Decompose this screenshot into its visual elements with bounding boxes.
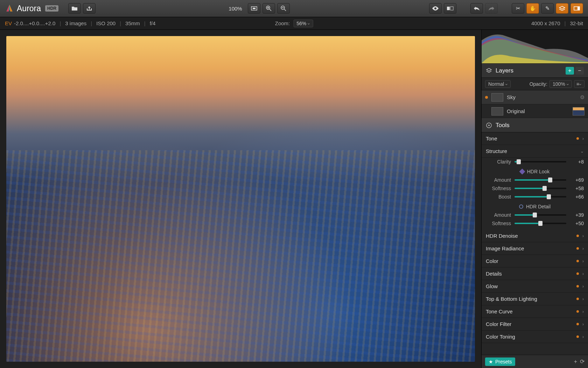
hdr-look-icon <box>519 169 525 175</box>
modified-dot-icon <box>576 137 579 140</box>
slider-hdrlook-softness[interactable]: Softness +58 <box>482 184 588 193</box>
chevron-right-icon: › <box>582 309 584 314</box>
tool-section-glow[interactable]: Glow› <box>482 280 588 293</box>
modified-dot-icon <box>576 310 579 313</box>
brush-tool-button[interactable]: ✎ <box>541 3 554 14</box>
hdr-detail-icon <box>519 204 523 209</box>
focal-length: 35mm <box>125 20 140 26</box>
open-button[interactable] <box>68 3 81 14</box>
layer-preview-thumb <box>573 107 584 116</box>
tool-section-top-bottom-lighting[interactable]: Top & Bottom Lighting› <box>482 293 588 305</box>
modified-dot-icon <box>576 335 579 338</box>
chevron-right-icon: › <box>582 334 584 339</box>
slider-clarity[interactable]: Clarity +8 <box>482 158 588 166</box>
layer-options-button[interactable]: ≡ <box>574 80 584 88</box>
modified-dot-icon <box>576 272 579 275</box>
app-name: Aurora <box>17 4 41 13</box>
hdr-detail-header: HDR Detail <box>482 201 588 211</box>
modified-dot-icon <box>576 260 579 262</box>
tool-section-hdr-denoise[interactable]: HDR Denoise› <box>482 230 588 242</box>
modified-dot-icon <box>576 323 579 325</box>
slider-hdrdetail-softness[interactable]: Softness +50 <box>482 219 588 230</box>
layer-row-sky[interactable]: Sky ⚙ <box>482 90 588 104</box>
chevron-right-icon: › <box>582 297 584 301</box>
chevron-down-icon: ⌄ <box>580 149 584 154</box>
tool-section-tone-curve[interactable]: Tone Curve› <box>482 305 588 318</box>
layers-toggle-button[interactable] <box>556 3 568 14</box>
top-toolbar: Aurora HDR 100% ✂ ✋ ✎ <box>0 0 588 17</box>
remove-layer-button[interactable]: − <box>575 67 584 75</box>
tool-section-color-toning[interactable]: Color Toning› <box>482 331 588 343</box>
panel-toggle-button[interactable] <box>570 3 583 14</box>
tool-section-tone[interactable]: Tone › <box>482 132 588 145</box>
layer-row-original[interactable]: Original <box>482 104 588 118</box>
hand-tool-button[interactable]: ✋ <box>526 3 539 14</box>
hdr-look-header: HDR Look <box>482 166 588 176</box>
svg-rect-5 <box>450 7 453 10</box>
opacity-label: Opacity: <box>530 81 547 87</box>
zoom-out-button[interactable] <box>277 3 290 14</box>
layer-name: Original <box>507 108 525 114</box>
layer-thumb <box>491 107 503 116</box>
ev-values: -2.0....+0.0....+2.0 <box>14 20 55 26</box>
add-layer-button[interactable]: + <box>566 67 574 75</box>
opacity-select[interactable]: 100% <box>550 80 572 88</box>
chevron-right-icon: › <box>582 246 584 251</box>
tool-section-color[interactable]: Color› <box>482 255 588 268</box>
histogram[interactable] <box>482 30 588 64</box>
layers-icon <box>486 68 492 74</box>
slider-hdrlook-amount[interactable]: Amount +69 <box>482 176 588 184</box>
layers-header: Layers + − <box>482 64 588 78</box>
chevron-right-icon: › <box>582 259 584 264</box>
refresh-presets-button[interactable]: ⟳ <box>580 358 584 365</box>
redo-button[interactable] <box>485 3 498 14</box>
aperture-value: f/4 <box>150 20 156 26</box>
chevron-right-icon: › <box>582 136 584 141</box>
tools-icon <box>486 122 492 129</box>
undo-button[interactable] <box>470 3 483 14</box>
image-canvas[interactable] <box>6 36 475 362</box>
compare-button[interactable] <box>444 3 456 14</box>
svg-rect-4 <box>447 7 450 10</box>
layers-title: Layers <box>496 67 564 74</box>
fit-screen-button[interactable] <box>248 3 260 14</box>
modified-dot-icon <box>576 235 579 237</box>
slider-hdrdetail-amount[interactable]: Amount +39 <box>482 211 588 219</box>
view-scale-label[interactable]: 100% <box>225 6 245 12</box>
add-preset-button[interactable]: + <box>574 359 577 365</box>
tool-section-image-radiance[interactable]: Image Radiance› <box>482 242 588 255</box>
svg-rect-7 <box>578 7 580 10</box>
iso-value: ISO 200 <box>96 20 115 26</box>
star-icon: ★ <box>489 359 493 364</box>
tools-header: Tools <box>482 118 588 132</box>
zoom-in-button[interactable] <box>262 3 275 14</box>
presets-button[interactable]: ★ Presets <box>485 357 515 366</box>
app-logo: Aurora HDR <box>5 4 58 13</box>
chevron-right-icon: › <box>582 234 584 238</box>
preview-button[interactable] <box>429 3 442 14</box>
modified-dot-icon <box>576 298 579 300</box>
tool-section-details[interactable]: Details› <box>482 268 588 280</box>
right-panel: Layers + − Normal Opacity: 100% ≡ Sky ⚙ … <box>481 30 588 368</box>
logo-icon <box>5 4 14 13</box>
export-button[interactable] <box>83 3 96 14</box>
info-bar: EV -2.0....+0.0....+2.0 | 3 images | ISO… <box>0 17 588 30</box>
tool-section-color-filter[interactable]: Color Filter› <box>482 318 588 331</box>
tool-section-structure[interactable]: Structure ⌄ <box>482 145 588 158</box>
layer-thumb <box>491 93 503 102</box>
blend-mode-select[interactable]: Normal <box>485 80 511 88</box>
image-dimensions: 4000 x 2670 <box>531 20 560 26</box>
layer-settings-icon[interactable]: ⚙ <box>580 94 584 100</box>
canvas-area[interactable] <box>0 30 481 368</box>
modified-dot-icon <box>576 285 579 287</box>
layer-name: Sky <box>507 94 516 100</box>
slider-hdrlook-boost[interactable]: Boost +66 <box>482 193 588 201</box>
zoom-select[interactable]: 56% <box>293 20 313 27</box>
app-badge: HDR <box>45 5 58 12</box>
layer-visible-icon[interactable] <box>485 96 488 99</box>
crop-tool-button[interactable]: ✂ <box>512 3 524 14</box>
chevron-right-icon: › <box>582 322 584 327</box>
modified-dot-icon <box>576 247 579 250</box>
ev-label: EV <box>5 20 12 26</box>
layer-controls: Normal Opacity: 100% ≡ <box>482 78 588 90</box>
